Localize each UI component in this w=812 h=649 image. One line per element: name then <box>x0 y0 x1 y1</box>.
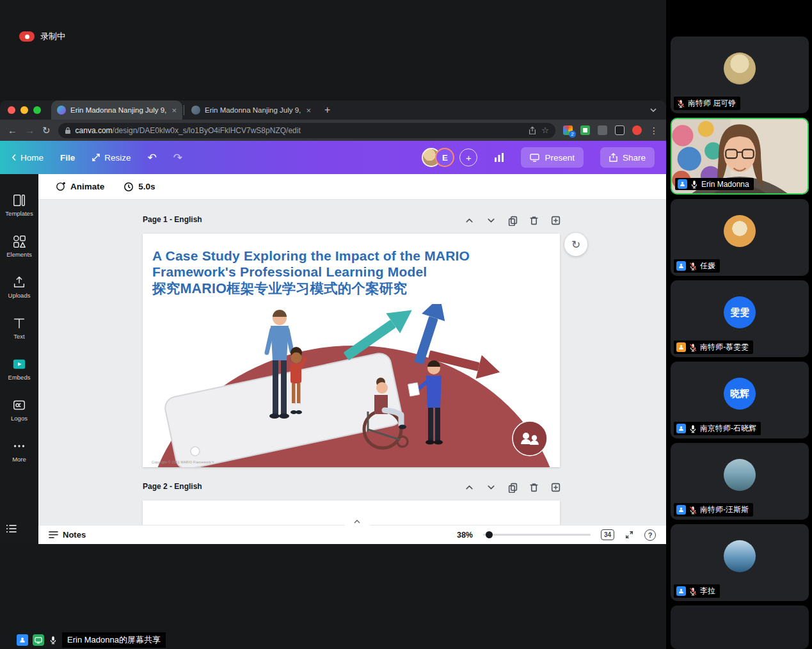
mario-badge <box>513 421 547 456</box>
sidebar-item-elements[interactable]: Elements <box>0 225 38 266</box>
zoom-slider[interactable] <box>483 534 591 536</box>
home-button[interactable]: Home <box>12 153 44 163</box>
browser-window: Erin Madonna Nanjing July 9, 2 × Erin Ma… <box>0 100 666 544</box>
slide-copyright: Copyright © 2021 MARIO Framework™ <box>152 460 214 464</box>
more-icon <box>12 439 26 453</box>
share-button[interactable]: Share <box>600 147 655 168</box>
profile-avatar[interactable] <box>632 125 642 135</box>
delete-page-icon[interactable] <box>529 482 539 493</box>
browser-menu-icon[interactable]: ⋮ <box>649 125 658 136</box>
collapse-panel-button[interactable] <box>344 517 370 525</box>
participant-avatar: 雯雯 <box>724 296 756 328</box>
design-canvas: Page 1 - English A Case Study Exploring … <box>38 200 666 525</box>
mic-muted-icon <box>689 262 697 271</box>
participant-badge-icon <box>676 424 686 433</box>
sync-refresh-button[interactable]: ↻ <box>564 233 587 256</box>
move-page-up-icon[interactable] <box>464 482 475 493</box>
sidebar-item-more[interactable]: More <box>0 430 38 471</box>
close-tab-icon[interactable]: × <box>306 106 311 115</box>
participant-tile-5[interactable]: 晓辉 南京特师-石晓辉 <box>671 362 809 438</box>
sidebar-item-uploads[interactable]: Uploads <box>0 266 38 307</box>
move-page-up-icon[interactable] <box>464 215 475 226</box>
screen-share-icon <box>33 634 44 646</box>
reload-button[interactable]: ↻ <box>42 125 51 135</box>
animate-icon <box>55 181 66 192</box>
participant-tile-2-active[interactable]: Erin Madonna <box>671 118 809 195</box>
present-button[interactable]: Present <box>521 147 584 168</box>
share-icon <box>609 153 617 162</box>
back-button[interactable]: ← <box>8 125 17 135</box>
participant-name-chip: 任媛 <box>674 259 720 273</box>
notes-button[interactable]: Notes <box>49 530 86 540</box>
page-count-button[interactable]: 34 <box>601 529 614 540</box>
browser-tab-2[interactable]: Erin Madonna Nanjing July 9, 2 × <box>186 100 317 120</box>
participant-tile-4[interactable]: 雯雯 南特师-慕雯雯 <box>671 280 809 357</box>
add-page-icon[interactable] <box>550 215 561 226</box>
participant-avatar <box>724 540 756 572</box>
tab-strip: Erin Madonna Nanjing July 9, 2 × Erin Ma… <box>0 100 666 120</box>
window-controls[interactable] <box>0 106 51 114</box>
participant-badge-icon <box>676 505 686 515</box>
delete-page-icon[interactable] <box>529 215 539 226</box>
mic-muted-icon <box>689 587 697 596</box>
add-collaborator-button[interactable]: + <box>459 148 477 166</box>
resize-button[interactable]: Resize <box>92 153 131 163</box>
participant-tile-6[interactable]: 南特师-汪斯斯 <box>671 443 809 520</box>
sidebar-item-text[interactable]: Text <box>0 307 38 348</box>
page1-controls <box>464 215 561 226</box>
duplicate-page-icon[interactable] <box>507 482 518 493</box>
extension-icon-2[interactable] <box>580 125 590 135</box>
present-icon <box>530 154 539 162</box>
address-bar[interactable]: canva.com/design/DAE0klw0x_s/lo1ByO4iFkl… <box>58 123 555 138</box>
file-menu[interactable]: File <box>60 153 75 163</box>
sidebar-item-templates[interactable]: Templates <box>0 184 38 225</box>
duration-button[interactable]: 5.0s <box>123 182 155 192</box>
tab-search-icon[interactable] <box>649 106 666 114</box>
mic-icon <box>690 180 699 189</box>
sidebar-item-logos[interactable]: Logos <box>0 389 38 430</box>
participant-tile-7[interactable]: 李拉 <box>671 524 809 601</box>
share-page-icon[interactable] <box>528 126 537 135</box>
participant-name-chip: Erin Madonna <box>675 178 754 190</box>
lock-icon <box>65 127 71 134</box>
collaborator-avatars: E + <box>422 148 477 167</box>
move-page-down-icon[interactable] <box>486 215 497 226</box>
animate-button[interactable]: Animate <box>55 181 104 192</box>
participants-panel: 南特师 屈可铮 <box>666 0 812 649</box>
participant-tile-8-partial[interactable] <box>671 605 809 649</box>
zoom-slider-knob[interactable] <box>486 531 493 538</box>
user-avatar[interactable]: E <box>435 148 454 167</box>
slide-title: A Case Study Exploring the Impact of the… <box>152 248 554 297</box>
participant-name-chip: 李拉 <box>674 584 720 598</box>
redo-button[interactable]: ↷ <box>173 151 182 164</box>
participant-tile-1[interactable]: 南特师 屈可铮 <box>671 36 809 113</box>
canva-status-bar: Notes 38% 34 ? <box>38 525 666 544</box>
extensions-puzzle-icon[interactable] <box>598 125 607 135</box>
mic-muted-icon <box>689 506 697 515</box>
undo-button[interactable]: ↶ <box>148 151 157 164</box>
forward-button[interactable]: → <box>25 125 35 135</box>
bookmark-star-icon[interactable]: ☆ <box>541 125 549 135</box>
sidebar-item-embeds[interactable]: Embeds <box>0 348 38 389</box>
add-page-icon[interactable] <box>550 482 561 493</box>
participant-tile-3[interactable]: 任媛 <box>671 199 809 276</box>
canva-toolbar: Animate 5.0s <box>38 174 666 200</box>
close-window-button[interactable] <box>8 106 15 114</box>
minimize-window-button[interactable] <box>20 106 28 114</box>
move-page-down-icon[interactable] <box>486 482 497 493</box>
extension-icon-1[interactable]: 2 <box>563 125 573 135</box>
page-list-button[interactable] <box>6 524 17 536</box>
help-button[interactable]: ? <box>644 529 656 541</box>
insights-icon[interactable] <box>494 152 504 163</box>
notes-icon <box>49 531 58 539</box>
extension-icon-3[interactable] <box>615 125 625 135</box>
slide-page-1[interactable]: A Case Study Exploring the Impact of the… <box>143 234 560 467</box>
new-tab-button[interactable]: + <box>317 104 338 116</box>
browser-tab-1[interactable]: Erin Madonna Nanjing July 9, 2 × <box>51 100 182 120</box>
close-tab-icon[interactable]: × <box>171 106 177 115</box>
duplicate-page-icon[interactable] <box>507 215 518 226</box>
fullscreen-icon[interactable] <box>625 530 634 540</box>
maximize-window-button[interactable] <box>33 106 41 114</box>
tab-separator <box>184 105 184 115</box>
participant-name-chip: 南特师-汪斯斯 <box>674 503 753 517</box>
